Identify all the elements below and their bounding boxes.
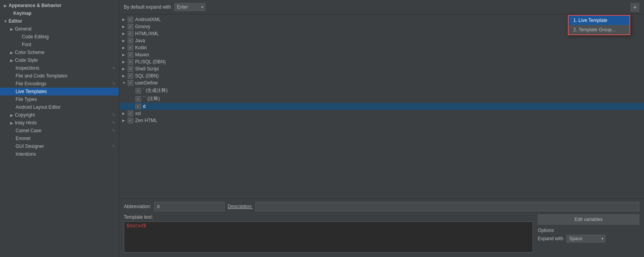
main-content: By default expand with Enter Tab Space +…: [119, 0, 644, 257]
checkbox-userdefine[interactable]: [128, 80, 133, 86]
dropdown-item-live-template[interactable]: 1. Live Template: [569, 16, 630, 25]
tree-item-kotlin[interactable]: ▶ Kotlin: [119, 44, 644, 51]
expand-select-wrapper[interactable]: Enter Tab Space: [174, 3, 205, 11]
checkbox-maven[interactable]: [128, 52, 133, 58]
checkbox-gen-comment[interactable]: [136, 88, 141, 93]
sidebar-item-label: File Encodings: [16, 81, 111, 86]
sidebar-item-inlay-hints[interactable]: ▶ Inlay Hints ✎: [0, 119, 119, 127]
checkbox-sql[interactable]: [128, 73, 133, 79]
tree-item-plsql[interactable]: ▶ PL/SQL (DBN): [119, 58, 644, 65]
tree-item-htmlxml[interactable]: ▶ HTML/XML: [119, 30, 644, 37]
tree-item-label: Zen HTML: [135, 118, 641, 123]
spacer-icon: [16, 34, 21, 39]
tree-item-gen-comment[interactable]: ` (生成注释): [119, 86, 644, 95]
template-text-left: Template text:: [124, 214, 533, 254]
tree-item-label: Shell Script: [135, 66, 641, 72]
dropdown-item-template-group[interactable]: 2. Template Group...: [569, 25, 630, 34]
checkbox-groovy[interactable]: [128, 24, 133, 29]
tree-item-maven[interactable]: ▶ Maven: [119, 51, 644, 58]
edit-icon: ✎: [112, 113, 116, 118]
add-button[interactable]: +: [631, 3, 639, 12]
edit-variables-button[interactable]: Edit variables: [538, 214, 639, 225]
tree-item-label: Maven: [135, 52, 641, 58]
sidebar-item-keymap[interactable]: Keymap: [0, 9, 119, 17]
tree-item-userdefine[interactable]: ▼ userDefine: [119, 79, 644, 86]
expand-with-select-wrapper[interactable]: Space Tab Enter: [566, 235, 605, 243]
description-input[interactable]: [255, 202, 639, 211]
checkbox-java[interactable]: [128, 38, 133, 43]
chevron-right-icon: ▶: [122, 25, 128, 29]
checkbox-htmlxml[interactable]: [128, 31, 133, 36]
spacer-icon: [9, 97, 15, 102]
expand-with-select[interactable]: Space Tab Enter: [566, 235, 605, 243]
checkbox-shell[interactable]: [128, 66, 133, 72]
spacer-icon: [9, 105, 15, 110]
sidebar-item-label: Android Layout Editor: [16, 104, 116, 110]
sidebar-item-gui-designer[interactable]: GUI Designer ✎: [0, 142, 119, 150]
chevron-right-icon: ▶: [122, 60, 128, 64]
sidebar-item-font[interactable]: Font: [0, 41, 119, 49]
tree-item-shell[interactable]: ▶ Shell Script: [119, 65, 644, 72]
sidebar-item-intentions[interactable]: Intentions: [0, 150, 119, 158]
checkbox-comment[interactable]: [136, 96, 141, 102]
tree-item-xsl[interactable]: ▶ xsl: [119, 110, 644, 117]
tree-item-comment[interactable]: `` (注释): [119, 95, 644, 103]
sidebar-item-file-code-templates[interactable]: File and Code Templates: [0, 72, 119, 80]
sidebar-item-label: File Types: [16, 97, 116, 102]
sidebar-item-camel-case[interactable]: Camel Case ✎: [0, 127, 119, 135]
chevron-right-icon: ▶: [122, 46, 128, 50]
top-bar: By default expand with Enter Tab Space +…: [119, 0, 644, 14]
sidebar-item-emmet[interactable]: Emmet: [0, 135, 119, 142]
description-label: Description:: [228, 204, 252, 209]
sidebar-item-label: Inspections: [16, 65, 111, 71]
checkbox-androidxml[interactable]: [128, 17, 133, 22]
checkbox-plsql[interactable]: [128, 59, 133, 65]
abbreviation-input[interactable]: [154, 202, 225, 211]
template-text-right: Edit variables Options Expand with Space…: [538, 214, 639, 254]
spacer-icon: [9, 74, 15, 78]
abbreviation-row: Abbreviation: Description:: [124, 202, 639, 211]
checkbox-zen-html[interactable]: [128, 118, 133, 123]
template-textarea[interactable]: [124, 221, 533, 253]
edit-icon: ✎: [112, 66, 116, 71]
sidebar-item-label: Emmet: [16, 136, 116, 141]
sidebar-item-copyright[interactable]: ▶ Copyright ✎: [0, 111, 119, 119]
tree-item-androidxml[interactable]: ▶ AndroidXML: [119, 16, 644, 23]
sidebar-item-inspections[interactable]: Inspections ✎: [0, 64, 119, 72]
sidebar-item-appearance[interactable]: ▶ Appearance & Behavior: [0, 2, 119, 9]
checkbox-d[interactable]: [136, 104, 141, 109]
tree-item-label: AndroidXML: [135, 17, 641, 22]
tree-item-label: userDefine: [135, 80, 641, 86]
template-text-label: Template text:: [124, 214, 533, 220]
sidebar-item-code-style[interactable]: ▶ Code Style: [0, 56, 119, 64]
spacer-icon: [9, 144, 15, 149]
sidebar-item-label: Intentions: [16, 151, 116, 157]
checkbox-kotlin[interactable]: [128, 45, 133, 50]
tree-item-label: Kotlin: [135, 45, 641, 50]
chevron-down-icon: ▼: [122, 81, 128, 85]
tree-item-groovy[interactable]: ▶ Groovy: [119, 23, 644, 30]
tree-item-label: PL/SQL (DBN): [135, 59, 641, 65]
sidebar-item-color-scheme[interactable]: ▶ Color Scheme: [0, 49, 119, 56]
tree-item-label: d: [143, 104, 641, 109]
sidebar-item-android-layout-editor[interactable]: Android Layout Editor: [0, 103, 119, 111]
checkbox-xsl[interactable]: [128, 111, 133, 116]
tree-item-java[interactable]: ▶ Java: [119, 37, 644, 44]
chevron-right-icon: ▶: [9, 50, 14, 55]
sidebar-item-general[interactable]: ▶ General: [0, 25, 119, 33]
sidebar-item-editor[interactable]: ▼ Editor: [0, 17, 119, 25]
expand-select[interactable]: Enter Tab Space: [174, 3, 205, 11]
sidebar-item-file-types[interactable]: File Types: [0, 95, 119, 103]
options-row: Expand with Space Tab Enter: [538, 235, 639, 243]
tree-item-sql[interactable]: ▶ SQL (DBN): [119, 72, 644, 79]
tree-item-d[interactable]: d: [119, 103, 644, 110]
sidebar-item-code-editing[interactable]: Code Editing: [0, 33, 119, 41]
tree-item-zen-html[interactable]: ▶ Zen HTML: [119, 117, 644, 124]
chevron-right-icon: ▶: [122, 53, 128, 57]
sidebar-item-label: Keymap: [13, 11, 116, 16]
sidebar-item-file-encodings[interactable]: File Encodings ✎: [0, 80, 119, 88]
tree-item-label: HTML/XML: [135, 31, 641, 36]
chevron-right-icon: ▶: [122, 67, 128, 71]
abbreviation-label: Abbreviation:: [124, 204, 151, 209]
sidebar-item-live-templates[interactable]: Live Templates: [0, 88, 119, 95]
